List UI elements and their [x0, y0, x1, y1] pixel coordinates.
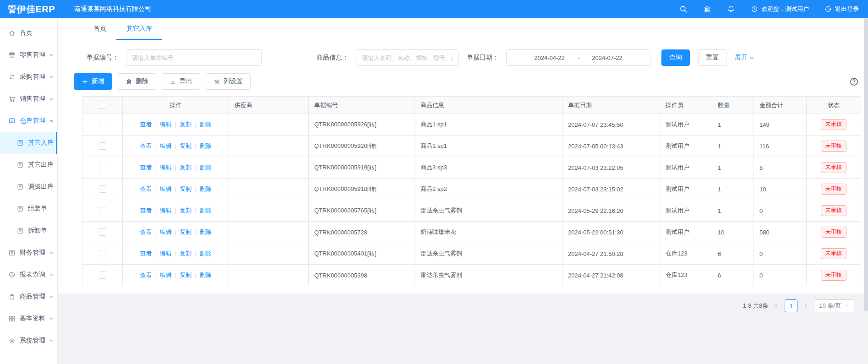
- action-delete-link[interactable]: 删除: [200, 185, 212, 192]
- tab-home[interactable]: 首页: [83, 18, 116, 40]
- action-edit-link[interactable]: 编辑: [160, 121, 172, 128]
- action-copy-link[interactable]: 复制: [180, 207, 191, 214]
- status-badge: 未审核: [821, 162, 846, 173]
- current-page-button[interactable]: 1: [785, 299, 797, 312]
- reset-button[interactable]: 重置: [698, 49, 726, 66]
- action-edit-link[interactable]: 编辑: [160, 207, 172, 214]
- sidebar-item-label: 组装单: [28, 205, 47, 213]
- expand-link[interactable]: 展开: [735, 54, 754, 62]
- action-copy-link[interactable]: 复制: [180, 142, 191, 149]
- add-button[interactable]: 新增: [74, 73, 112, 90]
- action-delete-link[interactable]: 删除: [200, 228, 212, 235]
- basic-icon: [8, 315, 16, 322]
- sidebar-item-sales[interactable]: 销售管理: [0, 88, 57, 110]
- sidebar-item-warehouse[interactable]: 仓库管理: [0, 110, 57, 132]
- prev-page-button[interactable]: [774, 303, 779, 309]
- action-edit-link[interactable]: 编辑: [160, 142, 172, 149]
- column-settings-button[interactable]: 列设置: [206, 73, 251, 90]
- add-label: 新增: [92, 77, 104, 86]
- actions-cell: 查看|编辑|复制|删除: [123, 222, 229, 243]
- tab-other-inbound[interactable]: 其它入库: [116, 18, 162, 40]
- select-all-checkbox[interactable]: [99, 102, 106, 109]
- action-view-link[interactable]: 查看: [140, 164, 152, 171]
- report-icon: [8, 271, 16, 278]
- action-copy-link[interactable]: 复制: [180, 228, 191, 235]
- action-delete-link[interactable]: 删除: [200, 164, 212, 171]
- date-start-value: 2024-04-22: [534, 54, 565, 61]
- row-checkbox[interactable]: [99, 228, 106, 236]
- action-view-link[interactable]: 查看: [140, 142, 152, 149]
- action-edit-link[interactable]: 编辑: [160, 272, 172, 278]
- sidebar-item-purchase[interactable]: 采购管理: [0, 66, 57, 88]
- table-row: 查看|编辑|复制|删除QTRK00000005728奶油味爆米花2024-05-…: [82, 222, 861, 243]
- action-delete-link[interactable]: 删除: [200, 142, 212, 149]
- welcome-user[interactable]: 欢迎您，测试用户: [751, 5, 809, 13]
- row-checkbox[interactable]: [99, 207, 106, 214]
- row-checkbox[interactable]: [99, 185, 106, 193]
- search-button[interactable]: 查询: [661, 49, 690, 66]
- action-copy-link[interactable]: 复制: [180, 164, 191, 171]
- action-edit-link[interactable]: 编辑: [160, 228, 172, 235]
- action-edit-link[interactable]: 编辑: [160, 185, 172, 192]
- sidebar-item-other-inbound[interactable]: 其它入库: [0, 132, 57, 154]
- action-view-link[interactable]: 查看: [140, 250, 152, 257]
- scrollbar[interactable]: [864, 18, 868, 364]
- bank-icon[interactable]: [703, 5, 711, 13]
- row-checkbox[interactable]: [99, 142, 106, 150]
- date-range-input[interactable]: 2024-04-22 ~ 2024-07-22: [506, 49, 650, 66]
- search-icon[interactable]: [679, 5, 688, 13]
- chevron-down-icon: [845, 304, 849, 308]
- next-page-button[interactable]: [803, 303, 808, 309]
- action-delete-link[interactable]: 删除: [200, 121, 212, 128]
- action-copy-link[interactable]: 复制: [180, 272, 191, 278]
- amount-cell: 8: [754, 157, 807, 179]
- sidebar-item-finance[interactable]: 财务管理: [0, 242, 57, 264]
- action-view-link[interactable]: 查看: [140, 207, 152, 214]
- sidebar-item-disassembly[interactable]: 拆卸单: [0, 220, 57, 242]
- logout-button[interactable]: 退出登录: [824, 5, 859, 13]
- sidebar-item-label: 报表查询: [20, 271, 45, 279]
- supplier-cell: [229, 200, 309, 222]
- actions-cell: 查看|编辑|复制|删除: [123, 136, 229, 157]
- sidebar-item-goods[interactable]: 商品管理: [0, 286, 57, 308]
- action-delete-link[interactable]: 删除: [200, 250, 212, 257]
- row-checkbox[interactable]: [99, 164, 106, 171]
- product-info-input[interactable]: [356, 49, 459, 66]
- product-cell: 商品1 sp1: [415, 114, 562, 136]
- bill-no-input[interactable]: [126, 49, 262, 66]
- actions-cell: 查看|编辑|复制|删除: [123, 179, 229, 200]
- action-view-link[interactable]: 查看: [140, 272, 152, 278]
- action-edit-link[interactable]: 编辑: [160, 164, 172, 171]
- sidebar-item-assembly[interactable]: 组装单: [0, 198, 57, 220]
- sidebar-item-label: 调拨出库: [28, 183, 54, 191]
- action-delete-link[interactable]: 删除: [200, 207, 212, 214]
- action-edit-link[interactable]: 编辑: [160, 250, 172, 257]
- action-copy-link[interactable]: 复制: [180, 121, 191, 128]
- delete-button[interactable]: 删除: [118, 73, 156, 90]
- sidebar-item-other-outbound[interactable]: 其它出库: [0, 154, 57, 176]
- help-icon[interactable]: [849, 77, 859, 87]
- action-view-link[interactable]: 查看: [140, 121, 152, 128]
- scrollbar-thumb[interactable]: [864, 18, 868, 311]
- action-view-link[interactable]: 查看: [140, 185, 152, 192]
- status-cell: 未审核: [807, 179, 861, 200]
- action-delete-link[interactable]: 删除: [200, 272, 212, 278]
- app-logo: 管伊佳ERP: [0, 3, 69, 16]
- sidebar-item-report[interactable]: 报表查询: [0, 264, 57, 286]
- row-checkbox[interactable]: [99, 250, 106, 257]
- qty-cell: 1: [712, 179, 754, 200]
- action-view-link[interactable]: 查看: [140, 228, 152, 235]
- page-size-select[interactable]: 10 条/页: [814, 299, 854, 312]
- sidebar-item-system[interactable]: 系统管理: [0, 330, 57, 352]
- action-copy-link[interactable]: 复制: [180, 185, 191, 192]
- action-copy-link[interactable]: 复制: [180, 250, 191, 257]
- export-button[interactable]: 导出: [162, 73, 200, 90]
- sidebar-item-label: 首页: [20, 29, 33, 37]
- sidebar-item-basic[interactable]: 基本资料: [0, 308, 57, 330]
- sidebar-item-retail[interactable]: 零售管理: [0, 44, 57, 66]
- row-checkbox[interactable]: [99, 121, 106, 128]
- sidebar-item-home[interactable]: 首页: [0, 22, 57, 44]
- row-checkbox[interactable]: [99, 272, 106, 279]
- sidebar-item-transfer-outbound[interactable]: 调拨出库: [0, 176, 57, 198]
- bell-icon[interactable]: [727, 5, 735, 13]
